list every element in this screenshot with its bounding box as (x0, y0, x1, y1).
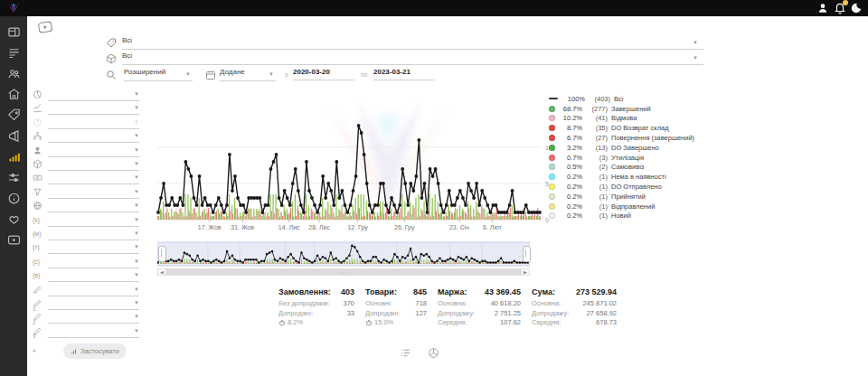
chevron-down-icon: ▼ (134, 272, 139, 277)
filter-select-1[interactable]: ▼ (48, 102, 139, 115)
rail-item-analytics-icon[interactable] (7, 150, 21, 164)
chevron-down-icon: ▼ (134, 161, 139, 166)
product-select[interactable]: Всі ▼ (122, 52, 703, 65)
filter-select-7[interactable]: ▼ (48, 186, 139, 199)
legend-item-8[interactable]: 0.2%(1)Нема в наявності (549, 172, 712, 182)
filter-select-15[interactable]: ▼ (48, 297, 139, 310)
svg-text:14. Лис: 14. Лис (278, 224, 300, 230)
legend-percent: 3.2% (559, 144, 582, 152)
filter-select-5[interactable]: ▼ (48, 158, 139, 171)
rail-item-orders-list-icon[interactable] (7, 46, 21, 60)
stat-value: 845 (413, 287, 427, 296)
rail-item-users-icon[interactable] (7, 67, 21, 80)
legend-item-12[interactable]: 0.2%(1)Новий (549, 212, 712, 221)
globe-icon (33, 201, 42, 211)
filter-select-3[interactable]: ▼ (48, 130, 139, 143)
filter-select-10[interactable]: ▼ (48, 228, 139, 240)
legend-label: Нема в наявності (611, 173, 666, 181)
profile-icon[interactable] (816, 2, 829, 14)
stat-sub-label: Основна: (532, 299, 561, 309)
filter-select-16[interactable]: ▼ (48, 311, 139, 324)
filter-row-3: ▼ (33, 130, 143, 143)
svg-text:26. Гру: 26. Гру (394, 224, 415, 231)
filter-select-12[interactable]: ▼ (48, 256, 139, 268)
filter-select-0[interactable]: ▼ (48, 89, 139, 101)
legend-item-3[interactable]: 8.7%(35)DO Возврат склад (549, 123, 712, 133)
legend-item-6[interactable]: 0.7%(3)Утилізація (549, 153, 712, 163)
status-group-select[interactable]: Всі ▼ (122, 36, 703, 50)
date-to-input[interactable]: 2023-03-21 (373, 68, 435, 80)
filter-row-7: ▼ (33, 186, 143, 199)
basket-percent: 8.2% (288, 318, 303, 328)
legend-swatch (549, 203, 555, 210)
chart-scrollbar[interactable]: ◀ ▶ ⋯ (157, 268, 530, 276)
rail-item-price-tag-icon[interactable] (7, 108, 21, 122)
legend-label: Завершений (611, 105, 651, 113)
stat-block-2: Маржа:43 369.45Основна:40 618.20Допродаж… (438, 287, 521, 328)
legend-item-5[interactable]: 3.2%(13)DO Завершено (549, 143, 712, 153)
legend-item-4[interactable]: 6.7%(27)Повернення (завершений) (549, 133, 712, 143)
legend-percent: 10.2% (559, 114, 582, 122)
legend-item-2[interactable]: 10.2%(41)Відмова (549, 114, 712, 124)
search-mode-select[interactable]: Розширений ▼ (124, 68, 193, 81)
rail-item-info-icon[interactable] (7, 192, 21, 205)
rail-item-video-tutorials-icon[interactable] (7, 233, 21, 247)
theme-moon-icon[interactable] (850, 2, 863, 14)
app-logo-icon[interactable] (6, 2, 21, 14)
legend-count: (1) (586, 202, 608, 211)
rail-item-sliders-icon[interactable] (7, 171, 21, 184)
notifications-bell-icon[interactable] (834, 2, 846, 14)
stat-sub-value: 2 751.25 (495, 309, 521, 319)
filter-select-11[interactable]: ▼ (48, 241, 139, 254)
legend-label: Всі (614, 95, 623, 103)
svg-text:6. Лют: 6. Лют (483, 224, 502, 230)
filter-row-11: {т}▼ (33, 241, 143, 254)
legend-item-10[interactable]: 0.2%(1)Прийнятий (549, 192, 712, 202)
legend-item-0[interactable]: 100%(403)Всі (549, 94, 712, 104)
minimap-left-handle[interactable] (158, 246, 166, 262)
chevron-down-icon: ▼ (134, 202, 139, 208)
legend-count: (13) (586, 144, 608, 152)
apply-button[interactable]: Застосувати (63, 343, 127, 359)
chevron-down-icon: ▼ (134, 314, 139, 319)
filter-select-17[interactable]: ▼ (48, 325, 139, 338)
rail-item-store-icon[interactable] (7, 88, 21, 101)
legend-item-1[interactable]: 68.7%(277)Завершений (549, 104, 712, 114)
svg-text:31. Жов: 31. Жов (231, 224, 254, 230)
stat-sub-label: Середня: (438, 318, 467, 328)
filter-select-8[interactable]: ▼ (48, 200, 139, 212)
legend-item-9[interactable]: 0.2%(1)DO Отправлено (549, 182, 712, 192)
filter-select-13[interactable]: ▼ (48, 269, 139, 282)
video-hint-icon[interactable] (37, 20, 53, 34)
token-icon: {с} (33, 257, 42, 267)
date-from-input[interactable]: 2020-03-20 (293, 68, 354, 80)
scrollbar-thumb[interactable]: ⋯ (165, 269, 522, 275)
scroll-right-arrow[interactable]: ▶ (522, 269, 529, 275)
date-field-select[interactable]: Додане ▼ (220, 68, 276, 81)
minimap-right-handle[interactable] (523, 246, 531, 262)
filter-select-6[interactable]: ▼ (48, 172, 139, 184)
legend-item-11[interactable]: 0.2%(1)Відправлений (549, 202, 712, 212)
pencil-icon: 3 (33, 312, 42, 322)
chevron-down-icon: ▼ (134, 119, 139, 125)
scroll-left-arrow[interactable]: ◀ (158, 269, 165, 275)
legend-item-7[interactable]: 0.5%(2)Самовивіз (549, 163, 712, 173)
orders-chart-svg: 17. Жов31. Жов14. Лис28. Лис12. Гру26. Г… (156, 88, 553, 232)
chart-minimap[interactable] (157, 240, 530, 268)
filter-select-14[interactable]: ▼ (48, 284, 139, 296)
filter-select-9[interactable]: ▼ (48, 214, 139, 227)
orders-list-toggle-icon[interactable] (400, 347, 411, 359)
filter-row-5: ▼ (33, 158, 143, 171)
rail-item-megaphone-icon[interactable] (7, 129, 21, 143)
filter-select-4[interactable]: ▼ (48, 145, 139, 157)
legend-swatch (549, 174, 555, 180)
chart-legend: 100%(403)Всі68.7%(277)Завершений10.2%(41… (549, 94, 712, 221)
chevron-down-icon: ▼ (134, 147, 139, 153)
products-toggle-icon[interactable] (428, 347, 439, 359)
rail-item-heart-icon[interactable] (7, 212, 21, 226)
chevron-down-icon: ▼ (185, 71, 191, 77)
search-icon[interactable] (106, 70, 117, 80)
stat-sub-label: Допродажу: (438, 309, 475, 319)
rail-item-dashboard-icon[interactable] (7, 25, 21, 39)
date-from-label: з (285, 71, 288, 78)
